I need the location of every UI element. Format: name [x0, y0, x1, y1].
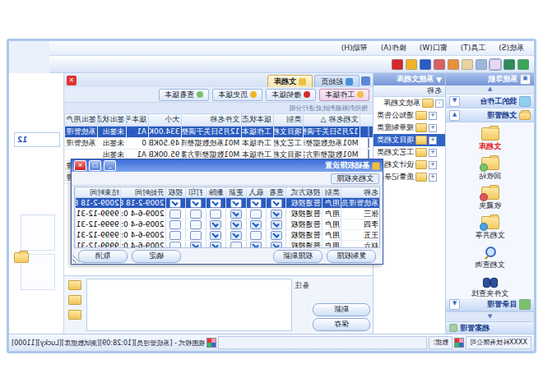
- menu-item-4[interactable]: 帮助(H): [335, 41, 374, 55]
- menu-item-0[interactable]: 系统(S): [492, 41, 531, 55]
- checkbox-checked[interactable]: [190, 242, 202, 249]
- permission-column-header[interactable]: 查看: [266, 187, 285, 197]
- checkbox-unchecked[interactable]: [190, 210, 202, 219]
- permission-column-header[interactable]: 类别: [322, 187, 341, 197]
- checkbox-unchecked[interactable]: [250, 210, 262, 219]
- checkbox-unchecked[interactable]: [169, 231, 181, 240]
- close-tab-icon[interactable]: ×: [67, 76, 77, 85]
- checkbox-checked[interactable]: [250, 199, 262, 208]
- maximize-icon[interactable]: □: [89, 160, 101, 171]
- side-field-box[interactable]: [21, 214, 55, 251]
- window-tan-icon[interactable]: [462, 59, 473, 70]
- menu-item-3[interactable]: 操作(A): [374, 41, 413, 55]
- tree-expander-icon[interactable]: +: [429, 124, 437, 132]
- checkbox-checked[interactable]: [271, 231, 282, 240]
- nav-footer-tab[interactable]: 档案管理: [446, 321, 534, 334]
- nav-item-0[interactable]: 文档库: [450, 126, 529, 154]
- tree-row-0[interactable]: -系统文档库: [374, 97, 445, 109]
- checkbox-unchecked[interactable]: [190, 220, 202, 229]
- ok-button[interactable]: 确定: [132, 250, 181, 263]
- tree-dropdown-arrow-icon[interactable]: ▼: [436, 76, 442, 84]
- cancel-button[interactable]: 取消: [78, 250, 128, 263]
- checkbox-unchecked[interactable]: [169, 210, 181, 219]
- checkbox-checked[interactable]: [250, 220, 262, 229]
- section-catalog-management[interactable]: 目录管理 ▼: [446, 297, 534, 311]
- permission-column-header[interactable]: 开始时间: [120, 187, 165, 197]
- permission-column-header[interactable]: 授权方式: [285, 187, 321, 197]
- tree-row-6[interactable]: +质量记录类: [374, 171, 445, 183]
- checkbox-checked[interactable]: [230, 231, 242, 240]
- folder-icon[interactable]: [68, 280, 81, 290]
- dialog-title-bar[interactable]: 基础权限设置 _ □ ×: [72, 159, 383, 172]
- nav-item-4[interactable]: 文档查询: [450, 244, 529, 272]
- tree-expander-icon[interactable]: +: [429, 173, 437, 182]
- permission-column-header[interactable]: 删除: [206, 187, 225, 197]
- lock-icon[interactable]: [406, 59, 417, 70]
- checkbox-checked[interactable]: [210, 231, 221, 240]
- checkbox-unchecked[interactable]: [169, 220, 181, 229]
- checkbox-checked[interactable]: [250, 242, 262, 249]
- nav-item-1[interactable]: 回收站: [450, 155, 529, 183]
- chevron-down-icon[interactable]: ▼: [449, 96, 460, 107]
- refresh-permission-button[interactable]: 权限刷新: [273, 250, 323, 263]
- tree-row-4[interactable]: +工艺文档类: [374, 146, 445, 159]
- tree-row-2[interactable]: +规章制度类: [374, 122, 445, 134]
- nav-pin-icon[interactable]: ▣: [520, 74, 531, 85]
- checkbox-checked[interactable]: [271, 210, 282, 219]
- grid-red-icon[interactable]: [434, 59, 445, 70]
- checkbox-checked[interactable]: [190, 199, 202, 208]
- chart-icon[interactable]: [517, 59, 529, 70]
- version-button-3[interactable]: 查看版本: [159, 89, 209, 101]
- permission-column-header[interactable]: 结束时间: [75, 187, 120, 197]
- tree-expander-icon[interactable]: +: [429, 161, 437, 169]
- close-icon[interactable]: ×: [74, 160, 86, 171]
- chevron-up-icon[interactable]: ▲: [449, 110, 460, 121]
- checkbox-checked[interactable]: [210, 199, 221, 208]
- copy-permission-button[interactable]: 复制权限: [327, 250, 376, 263]
- refresh-button[interactable]: 刷新: [313, 303, 370, 316]
- checkbox-unchecked[interactable]: [230, 242, 242, 249]
- folder-icon[interactable]: [68, 295, 81, 305]
- nav-footer-collapse[interactable]: ▼: [446, 311, 534, 321]
- checkbox-checked[interactable]: [271, 242, 282, 249]
- grid-row-1[interactable]: M01系统数据整理…工艺文档工作版本M01系统数据整理…49.50KB0未签出系…: [64, 138, 373, 150]
- section-my-workbench[interactable]: 我的工作台 ▼: [446, 95, 534, 108]
- permission-column-header[interactable]: 更新: [225, 187, 245, 197]
- grid-column-header[interactable]: 文件名称: [181, 114, 241, 126]
- tab-文档库[interactable]: 文档库: [267, 75, 313, 87]
- nav-item-2[interactable]: 收藏夹: [450, 185, 529, 213]
- permission-row-4[interactable]: 赵六用户普通授权2009-6-4 0:00:009999-12-31 23:59…: [75, 241, 379, 248]
- folder-permission-tab[interactable]: 文档夹权限: [331, 173, 379, 184]
- save-button[interactable]: 保存: [313, 318, 370, 331]
- checkbox-unchecked[interactable]: [210, 210, 221, 219]
- folder-lavender-icon[interactable]: [490, 59, 501, 70]
- folder-icon[interactable]: [14, 252, 29, 263]
- permission-column-header[interactable]: 授权: [165, 187, 185, 197]
- grid-column-header[interactable]: 类别: [273, 114, 304, 126]
- version-button-2[interactable]: 历史版本: [212, 89, 262, 101]
- grid-orange-icon[interactable]: [448, 59, 459, 70]
- globe-icon[interactable]: [504, 59, 515, 70]
- checkbox-checked[interactable]: [230, 210, 242, 219]
- checkbox-checked[interactable]: [230, 220, 242, 229]
- grid-row-0[interactable]: 12月5日关于调整…项目文档工作版本12月5日关于调整…334.00KBA1未签…: [64, 127, 373, 138]
- permission-row-2[interactable]: 李四用户普通授权2009-6-4 0:00:009999-12-31 23:59…: [75, 219, 379, 230]
- tab-起始页[interactable]: 起始页: [314, 75, 360, 87]
- tree-column-header[interactable]: 名称: [374, 85, 445, 97]
- checkbox-checked[interactable]: [210, 220, 221, 229]
- permission-column-header[interactable]: 载入: [246, 187, 266, 197]
- checkbox-unchecked[interactable]: [250, 231, 262, 240]
- remark-textarea[interactable]: [86, 279, 292, 331]
- permission-column-header[interactable]: 打印: [185, 187, 205, 197]
- tree-expander-icon[interactable]: +: [429, 112, 437, 120]
- permission-column-header[interactable]: 名称: [341, 187, 379, 197]
- nav-item-3[interactable]: 文档共享: [450, 214, 529, 242]
- permission-row-1[interactable]: 张三用户普通授权2009-6-4 0:00:009999-12-31 23:59…: [75, 209, 379, 219]
- windows-stack-icon[interactable]: [476, 59, 487, 70]
- grid-column-header[interactable]: 版本号: [126, 114, 148, 126]
- grid-group-panel[interactable]: 拖动列标题到此处进行分组: [64, 103, 373, 114]
- menu-item-2[interactable]: 窗口(W): [413, 41, 454, 55]
- grid-column-header[interactable]: 签出用户: [64, 114, 97, 126]
- help-icon[interactable]: [420, 59, 431, 70]
- section-doc-management[interactable]: 文档管理 ▲: [446, 108, 534, 122]
